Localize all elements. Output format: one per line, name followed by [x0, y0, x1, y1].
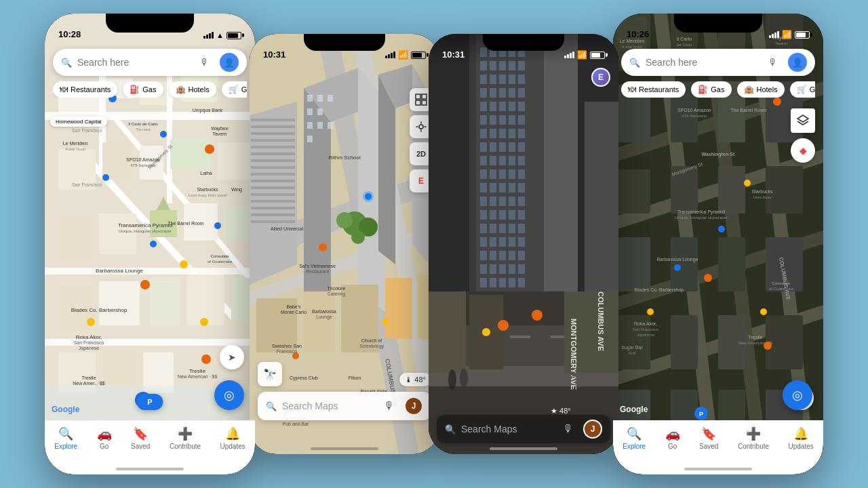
svg-point-52: [201, 354, 211, 364]
svg-rect-216: [499, 197, 506, 206]
svg-text:4-star hotel: 4-star hotel: [65, 147, 85, 151]
nav-explore-4[interactable]: 🔍 Explore: [623, 426, 646, 450]
svg-rect-192: [509, 129, 515, 138]
mic-btn-2[interactable]: 🎙: [380, 396, 399, 415]
svg-rect-189: [480, 129, 487, 138]
pill-gas-1[interactable]: ⛽ Gas: [123, 81, 163, 98]
svg-rect-219: [480, 210, 487, 220]
svg-text:Sal's Vietnamese: Sal's Vietnamese: [299, 264, 336, 268]
svg-text:San Francisco: San Francisco: [74, 340, 104, 345]
location-fab-1[interactable]: ◎: [214, 380, 244, 410]
svg-point-339: [744, 180, 751, 186]
nav-explore-1[interactable]: 🔍 Explore: [54, 426, 77, 450]
avatar-e-container: E: [591, 68, 610, 87]
svg-text:Blades Co. Barbershop: Blades Co. Barbershop: [71, 307, 127, 313]
phone-3-wrapper: WASHINGTON ST MONTGOMERY AVE COLUMBUS AV…: [434, 34, 613, 454]
nav-contribute-4[interactable]: ➕ Contribute: [738, 426, 769, 450]
svg-rect-191: [499, 129, 506, 138]
svg-rect-236: [499, 251, 506, 260]
account-btn-1[interactable]: 👤: [220, 53, 239, 72]
signal-2: [385, 52, 395, 58]
nav-go-1[interactable]: 🚗 Go: [97, 426, 112, 450]
search-bar-4[interactable]: 🔍 Search here 🎙 👤: [621, 49, 815, 76]
svg-rect-240: [490, 264, 496, 274]
mic-btn-4[interactable]: 🎙: [764, 53, 783, 72]
svg-rect-246: [499, 278, 506, 287]
layers-btn-4[interactable]: [791, 108, 815, 133]
wifi-icon-3: 📶: [577, 50, 587, 60]
svg-text:Transamerica Pyramid: Transamerica Pyramid: [677, 209, 725, 215]
svg-rect-179: [480, 102, 487, 111]
home-indicator-2: [311, 447, 378, 450]
phone-1-screen: Transamerica Pyramid Unique, triangular …: [45, 14, 255, 474]
svg-rect-90: [317, 108, 323, 115]
phone-3: WASHINGTON ST MONTGOMERY AVE COLUMBUS AV…: [429, 34, 618, 454]
svg-text:Babe's: Babe's: [286, 304, 301, 309]
svg-text:Filson: Filson: [349, 375, 361, 380]
account-btn-4[interactable]: 👤: [788, 53, 807, 72]
apple-bottom-search-3[interactable]: 🔍 Search Maps 🎙 J: [437, 415, 610, 443]
pill-hotels-1[interactable]: 🏨 Hotels: [169, 81, 216, 98]
svg-text:of Guatemala: of Guatemala: [208, 260, 233, 264]
svg-rect-201: [499, 156, 506, 165]
google-watermark-4: Google: [620, 403, 648, 415]
svg-text:SFO10 Amazon: SFO10 Amazon: [677, 108, 711, 113]
svg-point-48: [150, 241, 157, 247]
notch-1: [106, 14, 194, 33]
svg-rect-104: [251, 152, 295, 155]
nav-updates-1[interactable]: 🔔 Updates: [220, 426, 245, 450]
svg-rect-233: [518, 237, 525, 247]
pill-restaurants-1[interactable]: 🍽 Restaurants: [53, 81, 117, 98]
parking-badge-1[interactable]: P: [136, 394, 163, 410]
svg-rect-107: [251, 173, 295, 176]
location-fab-4[interactable]: ◎: [783, 380, 812, 410]
svg-text:Church of: Church of: [361, 338, 382, 343]
search-icon-3: 🔍: [445, 424, 456, 434]
pill-groceries-4[interactable]: 🛒 Groceries: [790, 81, 815, 98]
pill-hotels-4[interactable]: 🏨 Hotels: [737, 81, 785, 98]
svg-text:Barbarossa Lounge: Barbarossa Lounge: [96, 268, 143, 274]
svg-text:San Francisco: San Francisco: [633, 327, 659, 331]
search-bar-1[interactable]: 🔍 Search here 🎙 👤: [53, 49, 247, 76]
apple-search-icon-2: 🔍: [266, 401, 277, 411]
svg-rect-199: [480, 156, 487, 165]
nav-contribute-1[interactable]: ➕ Contribute: [170, 426, 201, 450]
svg-text:Transamerica Pyramid: Transamerica Pyramid: [118, 222, 172, 228]
svg-text:Sugar Bar: Sugar Bar: [621, 345, 643, 350]
svg-rect-235: [490, 251, 496, 260]
pill-gas-4[interactable]: ⛽ Gas: [691, 81, 731, 98]
nav-go-4[interactable]: 🚗 Go: [665, 426, 680, 450]
svg-rect-186: [499, 115, 506, 125]
svg-point-131: [319, 243, 327, 251]
svg-rect-169: [480, 75, 487, 84]
nav-saved-4[interactable]: 🔖 Saved: [699, 426, 718, 450]
mic-btn-1[interactable]: 🎙: [195, 53, 214, 72]
compass-btn-4[interactable]: ◆: [791, 138, 815, 163]
direction-fab-1[interactable]: ➤: [220, 345, 244, 369]
svg-point-268: [460, 369, 468, 388]
pill-restaurants-4[interactable]: 🍽 Restaurants: [621, 81, 686, 98]
nav-saved-1[interactable]: 🔖 Saved: [131, 426, 150, 450]
apple-search-2[interactable]: 🔍 Search Maps 🎙 J: [258, 392, 431, 420]
svg-rect-218: [518, 197, 525, 206]
svg-rect-232: [509, 237, 515, 247]
svg-rect-184: [480, 115, 487, 125]
signal-1: [203, 32, 214, 39]
svg-rect-114: [251, 220, 295, 223]
binoculars-btn[interactable]: 🔭: [258, 362, 282, 386]
mic-btn-3[interactable]: 🎙: [559, 420, 578, 439]
svg-text:Wayfare: Wayfare: [211, 126, 229, 131]
nav-updates-4[interactable]: 🔔 Updates: [789, 426, 814, 450]
svg-rect-196: [499, 142, 506, 152]
svg-rect-172: [509, 75, 515, 84]
svg-text:Roka Akor,: Roka Akor,: [634, 321, 657, 326]
svg-rect-108: [251, 180, 295, 182]
category-pills-4: 🍽 Restaurants ⛽ Gas 🏨 Hotels 🛒 Groceries: [621, 81, 815, 98]
svg-text:Swisshex San: Swisshex San: [272, 344, 302, 348]
svg-text:New Amer.. ·$$: New Amer.. ·$$: [73, 381, 105, 386]
wifi-icon-1: ▲: [216, 31, 224, 39]
pill-groceries-1[interactable]: 🛒 Groceries: [222, 81, 247, 98]
search-placeholder-4: Search here: [646, 57, 758, 68]
svg-rect-152: [422, 94, 427, 99]
time-4: 10:26: [627, 29, 649, 39]
